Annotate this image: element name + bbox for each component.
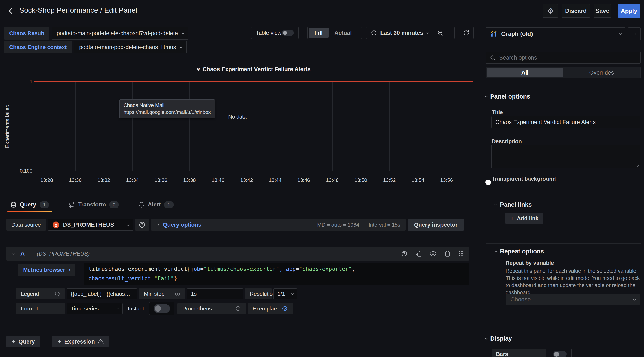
tab-transform[interactable]: Transform 0 xyxy=(66,197,122,212)
resize-handle-icon[interactable] xyxy=(636,164,639,168)
panel-title-input[interactable] xyxy=(491,116,640,128)
variable-select-chaos-result[interactable]: podtato-main-pod-delete-chaosnl7vd-pod-d… xyxy=(52,27,188,40)
search-icon xyxy=(490,55,496,61)
legend-input[interactable]: {{app_label}} - {{chaos… xyxy=(67,288,137,299)
instant-toggle[interactable] xyxy=(154,304,170,313)
toggle-viz-picker-button[interactable] xyxy=(628,27,641,41)
transform-icon xyxy=(69,202,75,208)
promql-editor[interactable]: litmuschaos_experiment_verdict{job="litm… xyxy=(84,263,469,285)
discard-button[interactable]: Discard xyxy=(562,4,590,18)
prometheus-type-label: Prometheus xyxy=(177,303,246,314)
apply-button[interactable]: Apply xyxy=(618,4,640,18)
zoom-out-button[interactable] xyxy=(433,27,447,39)
bell-icon xyxy=(138,202,144,208)
gridline xyxy=(190,82,190,171)
format-select[interactable]: Time series xyxy=(67,303,122,314)
save-button[interactable]: Save xyxy=(594,4,611,18)
x-tick-label: 13:52 xyxy=(383,177,396,183)
grafana-edit-panel: Sock-Shop Performance / Edit Panel ⚙ Dis… xyxy=(0,0,644,357)
refresh-button[interactable] xyxy=(459,27,474,39)
add-query-button[interactable]: + Query xyxy=(6,336,40,347)
datasource-help-button[interactable] xyxy=(135,219,149,231)
database-icon xyxy=(10,202,16,208)
time-range-picker[interactable]: Last 30 minutes xyxy=(366,27,433,39)
query-options-row-1: Legend {{app_label}} - {{chaos… Min step… xyxy=(16,288,297,299)
drag-handle-icon[interactable] xyxy=(459,251,463,257)
clock-icon xyxy=(371,30,377,36)
variable-row-chaos-result: Chaos Result podtato-main-pod-delete-cha… xyxy=(4,27,188,40)
trash-icon[interactable] xyxy=(444,250,451,257)
repeat-by-variable-label: Repeat by variable xyxy=(506,260,554,266)
instant-label: Instant xyxy=(124,305,148,312)
chevron-down-icon xyxy=(495,203,498,206)
editor-tabs: Query 1 Transform 0 Alert 1 xyxy=(0,197,481,212)
resolution-select[interactable]: 1/1 xyxy=(274,288,297,299)
query-a-header[interactable]: A (DS_PROMETHEUS) xyxy=(6,247,469,261)
gridline xyxy=(132,82,132,171)
plus-icon: + xyxy=(12,338,16,345)
zoom-out-icon xyxy=(437,30,443,36)
tab-all[interactable]: All xyxy=(487,68,563,78)
tab-overrides[interactable]: Overrides xyxy=(563,68,640,78)
panel-links-header[interactable]: Panel links xyxy=(495,201,532,208)
plus-icon: + xyxy=(510,215,514,222)
refresh-icon xyxy=(463,30,470,36)
exemplars-icon[interactable] xyxy=(282,306,288,311)
heart-icon: ♥ xyxy=(197,66,200,72)
repeat-options-header[interactable]: Repeat options xyxy=(495,248,544,255)
query-options-stats: MD = auto = 1084 Interval = 15s xyxy=(317,222,400,228)
x-tick-label: 13:38 xyxy=(183,177,196,183)
sidebar-divider xyxy=(481,23,482,357)
help-circle-icon xyxy=(139,221,146,228)
min-step-input[interactable]: 1s xyxy=(187,288,243,299)
chevron-down-icon xyxy=(291,292,294,295)
table-view-toggle[interactable] xyxy=(282,30,294,36)
add-link-button[interactable]: + Add link xyxy=(505,213,544,224)
gridline xyxy=(247,82,247,171)
x-tick-label: 13:40 xyxy=(212,177,224,183)
info-icon xyxy=(235,306,241,311)
chevron-right-icon xyxy=(156,224,159,226)
tab-alert[interactable]: Alert 1 xyxy=(135,197,177,212)
add-expression-button[interactable]: + Expression xyxy=(52,336,109,347)
table-view-label: Table view xyxy=(256,30,282,36)
query-options-collapser[interactable]: Query options MD = auto = 1084 Interval … xyxy=(151,219,406,231)
datasource-select[interactable]: DS_PROMETHEUS xyxy=(48,219,133,231)
panel-options-header[interactable]: Panel options xyxy=(485,93,530,100)
variable-row-chaos-engine: Chaos Engine context podtato-main-pod-de… xyxy=(4,41,186,54)
datasource-label: Data source xyxy=(6,219,46,231)
gear-icon: ⚙ xyxy=(547,7,554,15)
x-tick-label: 13:44 xyxy=(269,177,282,183)
query-inspector-button[interactable]: Query inspector xyxy=(408,219,464,231)
display-section-header[interactable]: Display xyxy=(485,335,512,342)
eye-icon[interactable] xyxy=(430,250,436,257)
gridline xyxy=(47,82,47,171)
time-range-control: Last 30 minutes xyxy=(366,27,454,39)
gridline xyxy=(304,82,304,171)
chevron-down-icon xyxy=(182,32,184,34)
datasource-row: Data source DS_PROMETHEUS Query options … xyxy=(6,219,464,231)
y-axis-label: Experiments failed xyxy=(4,105,10,148)
chevron-down-icon xyxy=(485,95,488,98)
duplicate-icon[interactable] xyxy=(416,250,422,257)
variable-select-chaos-engine[interactable]: podtato-main-pod-delete-chaos_litmus xyxy=(74,41,186,54)
panel-description-textarea[interactable] xyxy=(491,145,640,168)
back-button[interactable] xyxy=(6,6,17,17)
visualization-name: Graph (old) xyxy=(501,31,616,37)
options-search-input[interactable] xyxy=(499,55,637,61)
bars-toggle[interactable] xyxy=(553,351,566,357)
help-circle-icon[interactable] xyxy=(401,250,408,257)
tab-query[interactable]: Query 1 xyxy=(7,197,52,212)
panel-settings-button[interactable]: ⚙ xyxy=(543,4,558,18)
gridline xyxy=(275,82,275,171)
panel-header[interactable]: ♥Chaos Experiment Verdict Failure Alerts xyxy=(34,66,473,73)
fill-option[interactable]: Fill xyxy=(308,28,328,38)
visualization-select[interactable]: Graph (old) xyxy=(486,27,626,41)
metrics-browser-button[interactable]: Metrics browser xyxy=(18,264,75,276)
actual-option[interactable]: Actual xyxy=(328,28,358,38)
repeat-variable-select[interactable]: Choose xyxy=(506,294,640,305)
y-tick-label: 1 xyxy=(9,79,32,85)
chevron-down-icon xyxy=(180,46,182,48)
page-title: Sock-Shop Performance / Edit Panel xyxy=(19,6,137,14)
plus-icon: + xyxy=(58,338,62,345)
